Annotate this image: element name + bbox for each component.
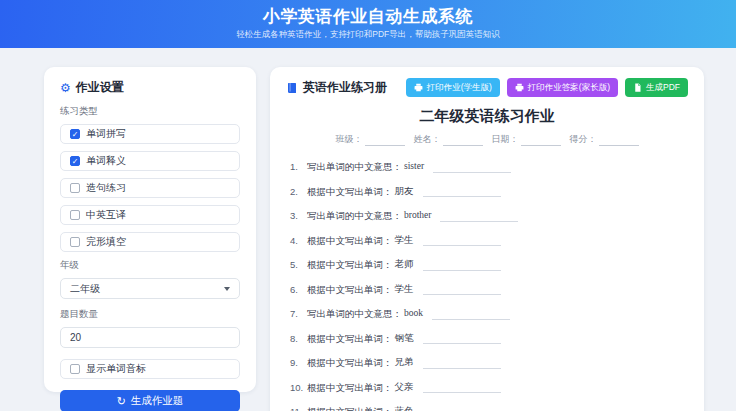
info-blank-line bbox=[365, 136, 405, 146]
checkbox-unchecked-icon[interactable] bbox=[70, 237, 80, 247]
question-word: 蓝色 bbox=[395, 406, 414, 411]
answer-blank-line bbox=[432, 309, 510, 320]
grade-select-value: 二年级 bbox=[70, 282, 100, 296]
exercise-type-option[interactable]: 造句练习 bbox=[60, 178, 240, 198]
question-text: 根据中文写出单词： bbox=[307, 186, 393, 198]
info-field-label: 姓名： bbox=[414, 133, 441, 146]
checkbox-unchecked-icon[interactable] bbox=[70, 210, 80, 220]
info-blank-line bbox=[521, 136, 561, 146]
worksheet-panel-title: 英语作业练习册 bbox=[286, 79, 387, 96]
question-text: 根据中文写出单词： bbox=[307, 406, 393, 411]
worksheet-title: 二年级英语练习作业 bbox=[286, 107, 688, 126]
generate-button[interactable]: ↻ 生成作业题 bbox=[60, 390, 240, 411]
show-phonetic-label: 显示单词音标 bbox=[86, 362, 146, 376]
printer-icon bbox=[515, 83, 524, 92]
checkbox-checked-icon[interactable]: ✓ bbox=[70, 129, 80, 139]
question-row: 3. 写出单词的中文意思： brother bbox=[290, 210, 688, 222]
question-number: 3. bbox=[290, 210, 307, 222]
question-number: 10. bbox=[290, 382, 307, 394]
answer-blank-line bbox=[423, 333, 501, 344]
settings-panel: ⚙ 作业设置 练习类型 ✓ 单词拼写 ✓ 单词释义 造句练习 中英互译 完形填空… bbox=[44, 67, 256, 392]
question-number: 6. bbox=[290, 284, 307, 296]
checkbox-unchecked-icon[interactable] bbox=[70, 183, 80, 193]
exercise-type-option[interactable]: 完形填空 bbox=[60, 232, 240, 252]
exercise-type-option-label: 造句练习 bbox=[86, 181, 126, 195]
info-field-label: 班级： bbox=[336, 133, 363, 146]
printer-icon bbox=[414, 83, 423, 92]
question-count-input[interactable] bbox=[60, 327, 240, 348]
question-row: 11. 根据中文写出单词： 蓝色 bbox=[290, 406, 688, 411]
question-number: 2. bbox=[290, 186, 307, 198]
exercise-type-option[interactable]: ✓ 单词拼写 bbox=[60, 124, 240, 144]
settings-panel-title: ⚙ 作业设置 bbox=[60, 79, 240, 96]
question-text: 写出单词的中文意思： bbox=[307, 308, 402, 320]
grade-label: 年级 bbox=[60, 259, 240, 272]
question-number: 9. bbox=[290, 357, 307, 369]
page: 小学英语作业自动生成系统 轻松生成各种英语作业，支持打印和PDF导出，帮助孩子巩… bbox=[0, 0, 736, 411]
grade-select[interactable]: 二年级 bbox=[60, 278, 240, 299]
question-number: 7. bbox=[290, 308, 307, 320]
question-number: 1. bbox=[290, 161, 307, 173]
question-row: 4. 根据中文写出单词： 学生 bbox=[290, 235, 688, 247]
checkbox-checked-icon[interactable]: ✓ bbox=[70, 156, 80, 166]
file-pdf-icon bbox=[633, 83, 642, 92]
answer-blank-line bbox=[423, 260, 501, 271]
print-parent-label: 打印作业答案(家长版) bbox=[528, 82, 610, 94]
question-word: 兄弟 bbox=[395, 357, 414, 369]
exercise-type-option[interactable]: 中英互译 bbox=[60, 205, 240, 225]
worksheet-toolbar: 打印作业(学生版) 打印作业答案(家长版) 生成PDF bbox=[406, 78, 688, 97]
question-text: 根据中文写出单词： bbox=[307, 235, 393, 247]
question-word: 老师 bbox=[395, 259, 414, 271]
app-subtitle: 轻松生成各种英语作业，支持打印和PDF导出，帮助孩子巩固英语知识 bbox=[0, 28, 736, 40]
book-icon bbox=[286, 82, 298, 94]
worksheet-panel: 英语作业练习册 打印作业(学生版) 打印作业答案(家长版) bbox=[270, 67, 704, 411]
generate-pdf-button[interactable]: 生成PDF bbox=[625, 78, 688, 97]
question-word: sister bbox=[404, 161, 424, 173]
question-row: 5. 根据中文写出单词： 老师 bbox=[290, 259, 688, 271]
question-row: 6. 根据中文写出单词： 学生 bbox=[290, 284, 688, 296]
answer-blank-line bbox=[423, 382, 501, 393]
exercise-type-option-label: 单词释义 bbox=[86, 154, 126, 168]
print-student-button[interactable]: 打印作业(学生版) bbox=[406, 78, 500, 97]
question-word: book bbox=[404, 308, 423, 320]
question-row: 8. 根据中文写出单词： 钢笔 bbox=[290, 333, 688, 345]
question-row: 9. 根据中文写出单词： 兄弟 bbox=[290, 357, 688, 369]
question-number: 11. bbox=[290, 406, 307, 411]
answer-blank-line bbox=[423, 284, 501, 295]
generate-button-label: 生成作业题 bbox=[131, 394, 184, 408]
question-word: 学生 bbox=[395, 284, 414, 296]
info-field: 班级： bbox=[336, 133, 405, 146]
exercise-type-option-label: 完形填空 bbox=[86, 235, 126, 249]
exercise-type-option[interactable]: ✓ 单词释义 bbox=[60, 151, 240, 171]
question-row: 7. 写出单词的中文意思： book bbox=[290, 308, 688, 320]
worksheet-header: 英语作业练习册 打印作业(学生版) 打印作业答案(家长版) bbox=[286, 78, 688, 97]
question-text: 根据中文写出单词： bbox=[307, 259, 393, 271]
settings-title-label: 作业设置 bbox=[76, 79, 124, 96]
question-text: 写出单词的中文意思： bbox=[307, 161, 402, 173]
checkbox-unchecked-icon[interactable] bbox=[70, 364, 80, 374]
exercise-type-list: ✓ 单词拼写 ✓ 单词释义 造句练习 中英互译 完形填空 bbox=[60, 124, 240, 252]
answer-blank-line bbox=[440, 211, 518, 222]
question-number: 5. bbox=[290, 259, 307, 271]
question-text: 根据中文写出单词： bbox=[307, 382, 393, 394]
gear-icon: ⚙ bbox=[60, 82, 71, 94]
question-row: 10. 根据中文写出单词： 父亲 bbox=[290, 382, 688, 394]
exercise-type-option-label: 中英互译 bbox=[86, 208, 126, 222]
chevron-down-icon bbox=[224, 287, 230, 291]
worksheet-panel-title-label: 英语作业练习册 bbox=[303, 79, 387, 96]
show-phonetic-option[interactable]: 显示单词音标 bbox=[60, 359, 240, 379]
info-field: 姓名： bbox=[414, 133, 483, 146]
question-count-label: 题目数量 bbox=[60, 308, 240, 321]
info-field: 得分： bbox=[570, 133, 639, 146]
info-field-label: 得分： bbox=[570, 133, 597, 146]
exercise-type-option-label: 单词拼写 bbox=[86, 127, 126, 141]
question-text: 根据中文写出单词： bbox=[307, 357, 393, 369]
print-parent-button[interactable]: 打印作业答案(家长版) bbox=[507, 78, 618, 97]
question-word: 学生 bbox=[395, 235, 414, 247]
question-word: 父亲 bbox=[395, 382, 414, 394]
answer-blank-line bbox=[423, 186, 501, 197]
info-field-label: 日期： bbox=[492, 133, 519, 146]
refresh-icon: ↻ bbox=[117, 396, 126, 407]
question-text: 根据中文写出单词： bbox=[307, 333, 393, 345]
answer-blank-line bbox=[433, 162, 511, 173]
